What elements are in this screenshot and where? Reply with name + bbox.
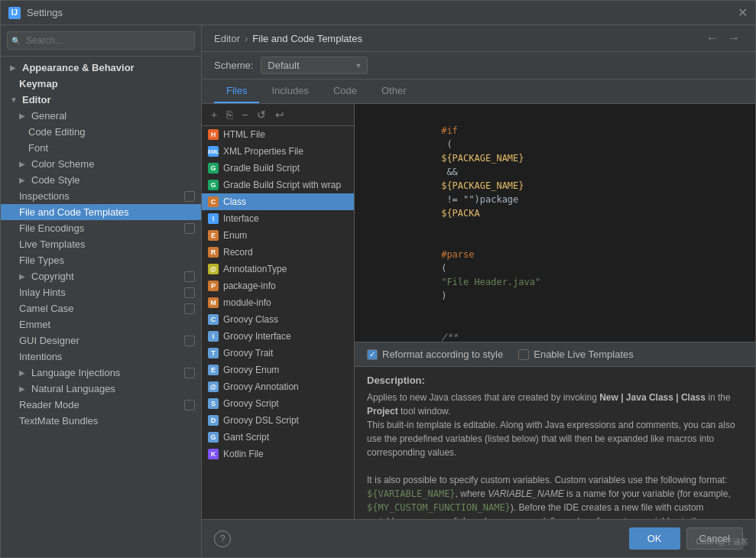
sidebar-item-file-encodings[interactable]: File Encodings bbox=[1, 220, 201, 236]
file-item-enum[interactable]: E Enum bbox=[202, 227, 354, 244]
sidebar: ▶ Appearance & Behavior Keymap ▼ Editor … bbox=[1, 25, 202, 557]
sidebar-item-file-types[interactable]: File Types bbox=[1, 252, 201, 268]
file-item-interface[interactable]: I Interface bbox=[202, 210, 354, 227]
sidebar-item-camel-case[interactable]: Camel Case bbox=[1, 300, 201, 316]
file-item-label: Groovy Class bbox=[223, 314, 278, 325]
main-content: ▶ Appearance & Behavior Keymap ▼ Editor … bbox=[1, 25, 755, 557]
sidebar-item-general[interactable]: ▶ General bbox=[1, 108, 201, 124]
tab-includes[interactable]: Includes bbox=[259, 79, 320, 103]
groovy-script-icon: S bbox=[208, 398, 219, 409]
scheme-select[interactable]: Default Project bbox=[261, 57, 368, 74]
file-item-gant-script[interactable]: G Gant Script bbox=[202, 429, 354, 446]
sidebar-item-label: Editor bbox=[22, 94, 51, 105]
sidebar-item-label: Intentions bbox=[19, 351, 62, 362]
sidebar-item-label: Natural Languages bbox=[31, 383, 115, 394]
file-item-kotlin[interactable]: K Kotlin File bbox=[202, 446, 354, 462]
back-button[interactable]: ← bbox=[703, 31, 722, 45]
file-item-label: Interface bbox=[223, 213, 259, 224]
file-item-class[interactable]: C Class bbox=[202, 193, 354, 210]
sidebar-item-appearance[interactable]: ▶ Appearance & Behavior bbox=[1, 60, 201, 76]
right-panel: Editor › File and Code Templates ← → Sch… bbox=[202, 25, 755, 557]
sidebar-item-label: Appearance & Behavior bbox=[22, 62, 135, 73]
forward-button[interactable]: → bbox=[725, 31, 743, 45]
file-item-groovy-script[interactable]: S Groovy Script bbox=[202, 395, 354, 412]
tab-files[interactable]: Files bbox=[214, 79, 259, 103]
sidebar-item-emmet[interactable]: Emmet bbox=[1, 316, 201, 333]
package-info-icon: P bbox=[208, 281, 219, 291]
badge bbox=[184, 191, 195, 202]
remove-template-button[interactable]: − bbox=[238, 107, 251, 122]
reformat-checkbox[interactable]: ✓ bbox=[367, 349, 378, 360]
expand-icon: ▶ bbox=[19, 368, 27, 377]
sidebar-item-code-editing[interactable]: Code Editing bbox=[1, 124, 201, 140]
file-item-gradle-wrap[interactable]: G Gradle Build Script with wrap bbox=[202, 177, 354, 193]
sidebar-item-label: File Types bbox=[19, 255, 64, 266]
file-item-package-info[interactable]: P package-info bbox=[202, 277, 354, 294]
sidebar-item-label: Emmet bbox=[19, 319, 50, 330]
reformat-checkbox-wrap[interactable]: ✓ Reformat according to style bbox=[367, 349, 503, 360]
copy-template-button[interactable]: ⎘ bbox=[223, 107, 235, 122]
file-item-record[interactable]: R Record bbox=[202, 244, 354, 261]
file-item-groovy-annotation[interactable]: @ Groovy Annotation bbox=[202, 378, 354, 395]
add-template-button[interactable]: + bbox=[208, 107, 220, 122]
sidebar-item-label: Language Injections bbox=[31, 367, 120, 378]
file-item-groovy-dsl[interactable]: D Groovy DSL Script bbox=[202, 412, 354, 429]
restore-template-button[interactable]: ↩ bbox=[272, 107, 287, 122]
code-line-2: #parse ( "File Header.java" ) bbox=[364, 234, 746, 316]
search-input[interactable] bbox=[7, 31, 195, 50]
search-wrap bbox=[7, 31, 195, 50]
sidebar-item-color-scheme[interactable]: ▶ Color Scheme bbox=[1, 156, 201, 172]
sidebar-item-label: Font bbox=[28, 142, 48, 154]
sidebar-item-file-templates[interactable]: File and Code Templates bbox=[1, 204, 201, 220]
sidebar-item-live-templates[interactable]: Live Templates bbox=[1, 236, 201, 252]
badge bbox=[184, 287, 195, 298]
file-item-label: package-info bbox=[223, 281, 276, 291]
file-item-annotation[interactable]: @ AnnotationType bbox=[202, 261, 354, 277]
close-button[interactable]: ✕ bbox=[737, 8, 748, 18]
sidebar-item-label: File and Code Templates bbox=[19, 206, 129, 218]
code-editor[interactable]: #if ( ${PACKAGE_NAME} && ${PACKAGE_NAME}… bbox=[355, 104, 755, 342]
expand-icon: ▶ bbox=[19, 384, 27, 393]
sidebar-item-inlay-hints[interactable]: Inlay Hints bbox=[1, 284, 201, 300]
tab-code[interactable]: Code bbox=[321, 79, 369, 103]
expand-icon: ▶ bbox=[19, 112, 27, 120]
nav-buttons: ← → bbox=[703, 31, 743, 45]
sidebar-item-natural-langs[interactable]: ▶ Natural Languages bbox=[1, 381, 201, 397]
ok-button[interactable]: OK bbox=[629, 527, 680, 550]
file-item-html[interactable]: H HTML File bbox=[202, 126, 354, 143]
reset-template-button[interactable]: ↺ bbox=[254, 107, 269, 122]
code-line-3: /** bbox=[364, 316, 746, 342]
file-item-xml[interactable]: XML XML Properties File bbox=[202, 143, 354, 160]
sidebar-item-textmate[interactable]: TextMate Bundles bbox=[1, 413, 201, 429]
sidebar-item-code-style[interactable]: ▶ Code Style bbox=[1, 172, 201, 188]
sidebar-item-inspections[interactable]: Inspections bbox=[1, 188, 201, 204]
sidebar-item-keymap[interactable]: Keymap bbox=[1, 76, 201, 92]
sidebar-item-editor[interactable]: ▼ Editor bbox=[1, 92, 201, 108]
module-info-icon: M bbox=[208, 297, 219, 308]
expand-icon: ▶ bbox=[10, 63, 18, 72]
live-templates-label: Enable Live Templates bbox=[534, 349, 634, 360]
file-item-gradle[interactable]: G Gradle Build Script bbox=[202, 160, 354, 177]
file-item-groovy-enum[interactable]: E Groovy Enum bbox=[202, 362, 354, 378]
sidebar-item-label: Camel Case bbox=[19, 303, 74, 314]
live-templates-checkbox-wrap[interactable]: Enable Live Templates bbox=[518, 349, 634, 360]
file-item-groovy-trait[interactable]: T Groovy Trait bbox=[202, 345, 354, 362]
sidebar-item-lang-injections[interactable]: ▶ Language Injections bbox=[1, 365, 201, 381]
nav-tree: ▶ Appearance & Behavior Keymap ▼ Editor … bbox=[1, 57, 201, 557]
groovy-enum-icon: E bbox=[208, 365, 219, 375]
tabs-bar: Files Includes Code Other bbox=[202, 79, 755, 104]
sidebar-item-copyright[interactable]: ▶ Copyright bbox=[1, 268, 201, 284]
breadcrumb-current: File and Code Templates bbox=[252, 33, 362, 44]
file-item-groovy-interface[interactable]: I Groovy Interface bbox=[202, 328, 354, 345]
sidebar-item-font[interactable]: Font bbox=[1, 140, 201, 156]
file-item-module-info[interactable]: M module-info bbox=[202, 294, 354, 311]
sidebar-item-gui-designer[interactable]: GUI Designer bbox=[1, 333, 201, 349]
tab-other[interactable]: Other bbox=[369, 79, 419, 103]
badge bbox=[184, 223, 195, 234]
live-templates-checkbox[interactable] bbox=[518, 349, 529, 360]
help-button[interactable]: ? bbox=[214, 530, 231, 547]
file-item-groovy-class[interactable]: C Groovy Class bbox=[202, 311, 354, 328]
sidebar-item-reader-mode[interactable]: Reader Mode bbox=[1, 397, 201, 413]
sidebar-item-intentions[interactable]: Intentions bbox=[1, 349, 201, 365]
file-item-label: Kotlin File bbox=[223, 449, 264, 459]
